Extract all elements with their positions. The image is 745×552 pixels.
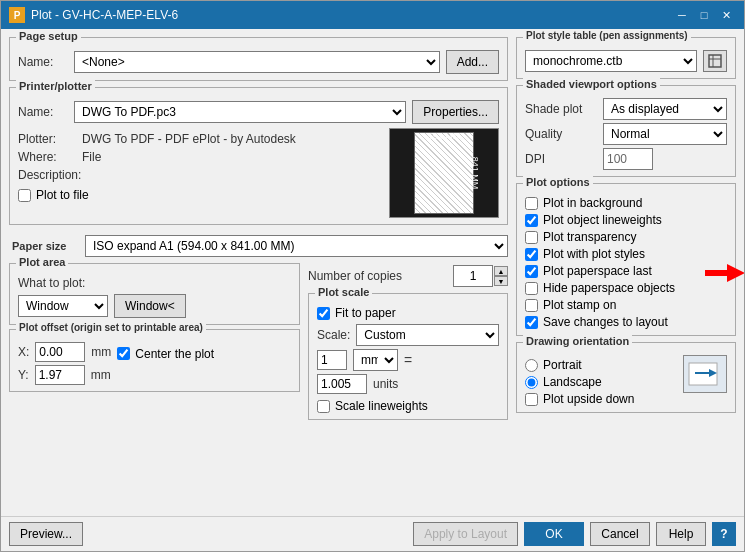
plot-stamp-label: Plot stamp on — [543, 298, 616, 312]
plot-style-table-group: Plot style table (pen assignments) monoc… — [516, 37, 736, 79]
preview-hatching — [415, 133, 473, 213]
shaded-viewport-label: Shaded viewport options — [523, 78, 660, 90]
y-input[interactable] — [35, 365, 85, 385]
svg-marker-3 — [705, 264, 744, 282]
cancel-button[interactable]: Cancel — [590, 522, 650, 546]
preview-button[interactable]: Preview... — [9, 522, 83, 546]
hide-ps-label: Hide paperspace objects — [543, 281, 675, 295]
desc-label: Description: — [18, 168, 76, 182]
scale-unit-select[interactable]: mm — [353, 349, 398, 371]
save-changes-checkbox[interactable] — [525, 316, 538, 329]
upside-down-label: Plot upside down — [543, 392, 634, 406]
title-bar: P Plot - GV-HC-A-MEP-ELV-6 ─ □ ✕ — [1, 1, 744, 29]
quality-select[interactable]: Normal — [603, 123, 727, 145]
left-panel: Page setup Name: <None> Add... Printer/p… — [9, 37, 508, 508]
scale-value1-input[interactable] — [317, 350, 347, 370]
plotter-label: Plotter: — [18, 132, 76, 146]
copies-down-btn[interactable]: ▼ — [494, 276, 508, 286]
page-setup-select[interactable]: <None> — [74, 51, 440, 73]
center-plot-checkbox[interactable] — [117, 347, 130, 360]
save-changes-label: Save changes to layout — [543, 315, 668, 329]
plot-stamp-checkbox[interactable] — [525, 299, 538, 312]
plot-area-label: Plot area — [16, 256, 68, 268]
right-panel: Plot style table (pen assignments) monoc… — [516, 37, 736, 508]
preview-paper — [414, 132, 474, 214]
plot-scale-group: Plot scale Fit to paper Scale: Custom — [308, 293, 508, 420]
paper-size-row: Paper size ISO expand A1 (594.00 x 841.0… — [9, 235, 508, 257]
paper-size-select[interactable]: ISO expand A1 (594.00 x 841.00 MM) — [85, 235, 508, 257]
plot-ps-last-checkbox[interactable] — [525, 265, 538, 278]
printer-group: Printer/plotter Name: DWG To PDF.pc3 Pro… — [9, 87, 508, 225]
equals-sign: = — [404, 352, 412, 368]
landscape-label: Landscape — [543, 375, 602, 389]
scale-lineweights-checkbox[interactable] — [317, 400, 330, 413]
what-to-plot-select[interactable]: Window — [18, 295, 108, 317]
x-label: X: — [18, 345, 29, 359]
ok-button[interactable]: OK — [524, 522, 584, 546]
apply-to-layout-button[interactable]: Apply to Layout — [413, 522, 518, 546]
plot-trans-checkbox[interactable] — [525, 231, 538, 244]
plot-area-section: Plot area What to plot: Window Window< — [9, 263, 508, 420]
plot-area-group: Plot area What to plot: Window Window< — [9, 263, 300, 325]
plot-to-file-checkbox[interactable] — [18, 189, 31, 202]
upside-down-checkbox[interactable] — [525, 393, 538, 406]
plot-style-edit-btn[interactable] — [703, 50, 727, 72]
edit-icon — [708, 54, 722, 68]
maximize-button[interactable]: □ — [694, 6, 714, 24]
plot-ps-last-label: Plot paperspace last — [543, 264, 652, 278]
hide-ps-checkbox[interactable] — [525, 282, 538, 295]
dpi-label: DPI — [525, 152, 597, 166]
paper-size-label: Paper size — [9, 240, 79, 252]
plot-bg-label: Plot in background — [543, 196, 642, 210]
plot-styles-checkbox[interactable] — [525, 248, 538, 261]
plot-options-group: Plot options Plot in background Plot obj… — [516, 183, 736, 336]
close-button[interactable]: ✕ — [716, 6, 736, 24]
window-button[interactable]: Window< — [114, 294, 186, 318]
landscape-radio[interactable] — [525, 376, 538, 389]
plotter-value: DWG To PDF - PDF ePlot - by Autodesk — [82, 132, 296, 146]
plot-style-select[interactable]: monochrome.ctb — [525, 50, 697, 72]
printer-select[interactable]: DWG To PDF.pc3 — [74, 101, 406, 123]
x-unit: mm — [91, 345, 111, 359]
what-to-plot-label: What to plot: — [18, 276, 85, 290]
dialog-title: Plot - GV-HC-A-MEP-ELV-6 — [31, 8, 178, 22]
plot-style-table-label: Plot style table (pen assignments) — [523, 30, 691, 41]
scale-value2-input[interactable] — [317, 374, 367, 394]
orientation-icon[interactable] — [683, 355, 727, 393]
landscape-arrow-icon — [687, 359, 723, 389]
info-button[interactable]: ? — [712, 522, 736, 546]
copies-up-btn[interactable]: ▲ — [494, 266, 508, 276]
scale-lineweights-label: Scale lineweights — [335, 399, 428, 413]
window-controls: ─ □ ✕ — [672, 6, 736, 24]
properties-button[interactable]: Properties... — [412, 100, 499, 124]
scale-select[interactable]: Custom — [356, 324, 499, 346]
help-button[interactable]: Help — [656, 522, 706, 546]
plot-bg-checkbox[interactable] — [525, 197, 538, 210]
portrait-label: Portrait — [543, 358, 582, 372]
minimize-button[interactable]: ─ — [672, 6, 692, 24]
fit-to-paper-label: Fit to paper — [335, 306, 396, 320]
plot-offset-group: Plot offset (origin set to printable are… — [9, 329, 300, 392]
y-unit: mm — [91, 368, 111, 382]
page-setup-label: Page setup — [16, 30, 81, 42]
plot-lw-checkbox[interactable] — [525, 214, 538, 227]
plot-options-label: Plot options — [523, 176, 593, 188]
preview-top-label: 594 MM — [390, 131, 498, 141]
plot-styles-label: Plot with plot styles — [543, 247, 645, 261]
name-label: Name: — [18, 55, 68, 69]
red-arrow-indicator — [705, 262, 744, 284]
fit-to-paper-checkbox[interactable] — [317, 307, 330, 320]
add-button[interactable]: Add... — [446, 50, 499, 74]
printer-label: Printer/plotter — [16, 80, 95, 92]
svg-rect-0 — [709, 55, 721, 67]
plot-to-file-label: Plot to file — [36, 188, 89, 202]
plot-dialog: P Plot - GV-HC-A-MEP-ELV-6 ─ □ ✕ Page se… — [0, 0, 745, 552]
x-input[interactable] — [35, 342, 85, 362]
shade-plot-select[interactable]: As displayed — [603, 98, 727, 120]
where-value: File — [82, 150, 101, 164]
drawing-orientation-label: Drawing orientation — [523, 335, 632, 347]
shaded-viewport-group: Shaded viewport options Shade plot As di… — [516, 85, 736, 177]
portrait-radio[interactable] — [525, 359, 538, 372]
plot-offset-label: Plot offset (origin set to printable are… — [16, 322, 206, 333]
copies-input[interactable] — [453, 265, 493, 287]
